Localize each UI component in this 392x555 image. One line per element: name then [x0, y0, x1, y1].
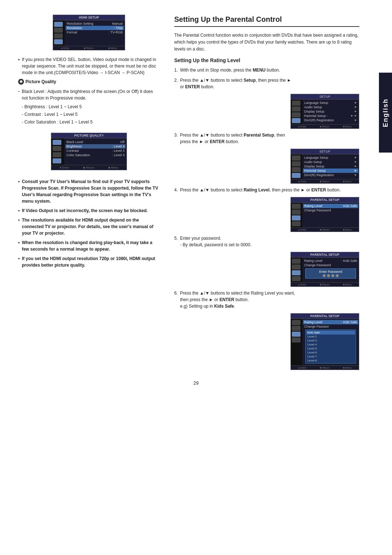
- parental-screen-2: PARENTAL SETUP Rating Level : Kids Safe: [290, 252, 359, 287]
- hdmi-icon-1: [54, 22, 63, 27]
- hdmi-footer: ● Enter ■ Return ■ Menu: [53, 46, 125, 50]
- ss2-audio-arrow: ►: [354, 160, 357, 163]
- ps3-right-content: Rating Level : Kids Safe Change Passwor …: [302, 319, 359, 365]
- ss1-row-display: Display Setup ►: [304, 109, 357, 114]
- right-column: Setting Up the Parental Control The Pare…: [171, 15, 374, 373]
- ps1-icon-2: [292, 210, 301, 215]
- pwd-dot-1: [323, 274, 326, 277]
- parental-screen-1-title: PARENTAL SETUP: [291, 197, 359, 203]
- step-6: 6. Press the ▲/▼ buttons to select the R…: [174, 290, 359, 309]
- setup-screen-1-icons: [291, 100, 302, 124]
- pq-row-black-label: Black Level: [66, 140, 83, 144]
- hdmi-row-2-label: Resolution: [67, 26, 82, 30]
- ss1-divx-arrow: ►: [354, 118, 357, 122]
- setup-screen-2-icons: [291, 154, 302, 179]
- hdmi-setup-screen: HDMI SETUP Resolution Setting Manual: [53, 15, 125, 50]
- ps3-rating-label: Rating Level: [304, 320, 322, 324]
- ps2-change-label: Change Password: [304, 263, 331, 267]
- rating-heading: Setting Up the Rating Level: [174, 57, 359, 63]
- ps3-footer-menu: ■ Menu: [343, 366, 352, 369]
- setup-screen-2-rows: Language Setup ► Audio Setup ► Display S…: [302, 154, 359, 179]
- hdmi-icon-4: [54, 39, 63, 44]
- step-6-note: e.g) Setting up in Kids Safe.: [180, 304, 235, 309]
- hdmi-row-1-value: Manual: [112, 22, 123, 25]
- ps2-row-change: Change Password: [304, 263, 357, 267]
- bold-bullet-4: • When the resolution is changed during …: [18, 239, 160, 252]
- bold-bullet-3: • The resolutions available for HDMI out…: [18, 217, 160, 236]
- pq-dash-color: - Color Saturation : Level 1 ~ Level 5: [22, 119, 160, 125]
- ps3-icon-4: [292, 337, 301, 343]
- step-5-note: - By default, password is set to 0000.: [180, 242, 252, 247]
- hdmi-screen-title: HDMI SETUP: [53, 15, 125, 20]
- ps1-row-change: Change Password: [304, 208, 357, 212]
- intro-paragraph: The Parental Control function works in c…: [174, 32, 359, 53]
- pq-row-brightness-value: : Level 3: [112, 145, 124, 148]
- step-4-text: Press the ▲/▼ buttons to select Rating L…: [180, 187, 341, 193]
- ss2-divx-label: DivX(R) Registration: [304, 173, 334, 177]
- hdmi-row-3-value: : TV-RGB: [109, 31, 123, 34]
- parental-screen-2-title: PARENTAL SETUP: [291, 252, 359, 258]
- steps-list: 1. With the unit in Stop mode, press the…: [174, 67, 359, 370]
- step-3-text: Press the ▲/▼ buttons to select Parental…: [180, 132, 285, 145]
- pwd-dot-3: [331, 274, 334, 277]
- pq-row-color-label: Color Saturation: [66, 153, 90, 157]
- pq-footer: ● Enter ■ Return ■ Menu: [51, 165, 127, 170]
- picture-quality-label-text: Picture Quality: [25, 79, 56, 84]
- ps2-icon-2: [292, 264, 301, 270]
- rating-option-kids: Kids Safe: [306, 331, 355, 335]
- pq-screen-wrap: PICTURE QUALITY Black Level Off: [18, 129, 160, 174]
- hdmi-screen-wrap: HDMI SETUP Resolution Setting Manual: [18, 15, 160, 50]
- pq-bullet-black-text: Black Level : Adjusts the brightness of …: [22, 88, 160, 101]
- ps3-change-label: Change Passwor: [304, 325, 329, 328]
- bold-bullet-1-text: Consult your TV User's Manual to find ou…: [22, 178, 160, 204]
- ps1-right-content: Rating Level : Kids Safe Change Password: [302, 203, 359, 227]
- rating-option-3: Level 3: [306, 339, 355, 343]
- pq-icon-1: [53, 140, 61, 145]
- pq-bullet-sym-1: -: [18, 88, 20, 101]
- ss1-icon-3: [292, 112, 301, 117]
- ps3-row-rating: Rating Level : Kids Safe: [303, 320, 358, 324]
- ps1-footer-enter: ● Enter: [298, 228, 306, 231]
- page-number: 29: [0, 380, 392, 386]
- ps2-row-rating: Rating Level : Kids Safe: [304, 259, 357, 263]
- rating-option-7: Level 7: [306, 355, 355, 358]
- ps2-footer-return: ■ Return: [320, 283, 330, 286]
- pq-left-icons: [51, 138, 64, 165]
- setup-screen-1-rows: Language Setup ► Audio Setup ► Display S…: [302, 100, 359, 124]
- ss2-lang-label: Language Setup: [304, 156, 328, 159]
- parental-screen-1: PARENTAL SETUP Rating Level : Kids Safe: [290, 197, 359, 232]
- ss2-display-arrow: ►: [354, 165, 357, 168]
- ss2-icon-1: [292, 155, 301, 161]
- rating-dropdown: Kids Safe Level 2 Level 3 Level 4 Level …: [305, 329, 356, 364]
- ss1-row-parental: Parental Setup : ► ►: [304, 114, 357, 118]
- circle-number: ❷: [18, 79, 24, 85]
- bold-bullet-5: • If you set the HDMI output resolution …: [18, 255, 160, 268]
- ps2-right-content: Rating Level : Kids Safe Change Password…: [302, 258, 359, 282]
- step-4: 4. Press the ▲/▼ buttons to select Ratin…: [174, 187, 359, 193]
- ps2-footer-menu: ■ Menu: [343, 283, 352, 286]
- pq-bullet-black: - Black Level : Adjusts the brightness o…: [18, 88, 160, 101]
- step-3: 3. Press the ▲/▼ buttons to select Paren…: [174, 132, 359, 145]
- bold-bullet-sym-3: •: [18, 217, 20, 236]
- ss1-lang-label: Language Setup: [304, 101, 328, 105]
- pq-row-black-value: Off: [120, 140, 124, 144]
- ps2-footer: ● Enter ■ Return ■ Menu: [291, 282, 359, 287]
- ss1-footer-menu: ■ Menu: [343, 125, 352, 128]
- step-5-content: Enter your password. - By default, passw…: [180, 235, 252, 248]
- step-5: 5. Enter your password. - By default, pa…: [174, 235, 359, 248]
- ps1-rating-label: Rating Level: [304, 204, 322, 208]
- ps2-footer-enter: ● Enter: [298, 283, 306, 286]
- step-1: 1. With the unit in Stop mode, press the…: [174, 67, 359, 73]
- ss1-footer-return: ■ Return: [320, 125, 330, 128]
- pq-dash-contrast: - Contrast : Level 1 ~ Level 5: [22, 111, 160, 118]
- ps2-rating-value: : Kids Safe: [341, 259, 357, 263]
- step-2: 2. Press the ▲/▼ buttons to select Setup…: [174, 77, 359, 90]
- ss1-row-audio: Audio Setup ►: [304, 105, 357, 109]
- ss1-lang-arrow: ►: [354, 101, 357, 104]
- ss2-footer-enter: ● Enter: [298, 180, 306, 183]
- ps1-rating-value: : Kids Safe: [341, 204, 357, 208]
- setup-screen-1-footer: ● Enter ■ Return ■ Menu: [291, 124, 359, 129]
- ss2-parental-arrow: ►: [354, 169, 357, 172]
- pq-icon-2: [53, 146, 61, 151]
- hdmi-footer-return: ■ Return: [84, 47, 94, 49]
